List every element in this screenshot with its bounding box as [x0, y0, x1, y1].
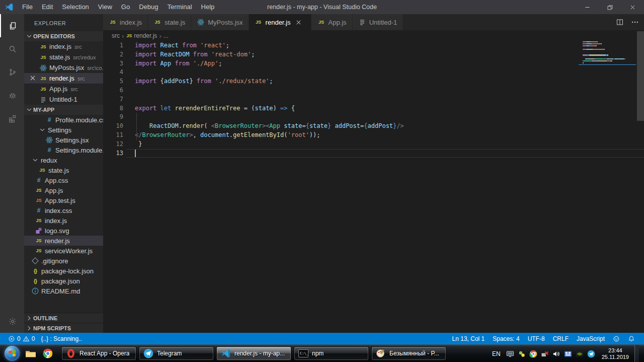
code-line-12: 12 } — [103, 140, 644, 149]
code-line-2: 2import ReactDOM from 'react-dom'; — [103, 50, 644, 59]
code-editor[interactable]: 1import React from 'react';2import React… — [103, 41, 644, 333]
minimize-button[interactable] — [576, 0, 599, 14]
activity-extensions[interactable] — [0, 107, 24, 130]
taskbar-button-telegram[interactable]: Telegram — [139, 346, 214, 360]
editor-scrollbar[interactable] — [637, 31, 644, 121]
open-editor-item-Untitled-1[interactable]: Untitled-1 — [24, 94, 103, 105]
code-line-4: 4 — [103, 68, 644, 77]
open-editor-item-index.js[interactable]: JSindex.jssrc — [24, 41, 103, 52]
activity-source-control[interactable] — [0, 60, 24, 84]
menu-view[interactable]: View — [94, 0, 117, 14]
taskbar-button-render-js-my-ap-[interactable]: render.js - my-ap... — [216, 346, 291, 360]
clock[interactable]: 23:44 25.11.2019 — [602, 347, 629, 360]
tab-state.js[interactable]: JSstate.js — [148, 14, 191, 30]
keyboard-layout-icon[interactable] — [564, 350, 572, 358]
more-actions-icon[interactable] — [631, 18, 639, 26]
tree-file-App.js[interactable]: JSApp.js — [24, 185, 103, 195]
bell-button[interactable] — [624, 333, 639, 344]
open-editor-item-state.js[interactable]: JSstate.jssrc\redux — [24, 52, 103, 62]
minimap[interactable] — [583, 41, 633, 66]
telegram-tray-icon[interactable] — [587, 350, 595, 358]
status-indentation[interactable]: Spaces: 4 — [489, 333, 523, 344]
tree-file-Settings.module.c...[interactable]: #Settings.module.c... — [24, 145, 103, 155]
tree-folder-redux[interactable]: redux — [24, 155, 103, 165]
activity-debug[interactable] — [0, 84, 24, 107]
tree-file-App.test.js[interactable]: JSApp.test.js — [24, 195, 103, 205]
chrome-quicklaunch[interactable] — [39, 345, 56, 362]
taskbar-button-npm[interactable]: C:\_npm — [294, 346, 369, 360]
menu-go[interactable]: Go — [117, 0, 134, 14]
menu-help[interactable]: Help — [197, 0, 219, 14]
tree-file-render.js[interactable]: JSrender.js — [24, 236, 103, 246]
open-editor-item-MyPosts.jsx[interactable]: MyPosts.jsxsrc\co... — [24, 62, 103, 73]
activity-manage[interactable] — [0, 310, 24, 333]
tree-file-Settings.jsx[interactable]: Settings.jsx — [24, 135, 103, 145]
close-tab-icon[interactable] — [295, 19, 302, 26]
close-window-button[interactable] — [621, 0, 644, 14]
feedback-smiley-button[interactable] — [609, 333, 624, 344]
tree-file-logo.svg[interactable]: logo.svg — [24, 226, 103, 236]
tree-file-index.css[interactable]: #index.css — [24, 205, 103, 215]
nvidia-icon[interactable] — [576, 350, 584, 358]
breadcrumb[interactable]: src›JSrender.js›... — [103, 30, 644, 41]
tab-Untitled-1[interactable]: Untitled-1 — [353, 14, 404, 30]
tree-item-name: index.css — [45, 207, 72, 214]
split-editor-icon[interactable] — [616, 18, 624, 26]
status-language-mode[interactable]: JavaScript — [573, 333, 609, 344]
eslint-status[interactable]: {..} : Scanning.. — [38, 333, 85, 344]
tree-file-package.json[interactable]: {}package.json — [24, 276, 103, 286]
start-button[interactable] — [2, 345, 22, 362]
chrome-tray-icon[interactable] — [529, 350, 537, 358]
npm-scripts-header[interactable]: NPM SCRIPTS — [24, 323, 103, 333]
status-cursor-position[interactable]: Ln 13, Col 1 — [448, 333, 489, 344]
tree-file-package-lock.json[interactable]: {}package-lock.json — [24, 266, 103, 276]
activity-search[interactable] — [0, 37, 24, 60]
project-folder-header[interactable]: MY-APP — [24, 105, 103, 115]
activity-files[interactable] — [0, 14, 24, 37]
open-editor-path: src\co... — [87, 65, 103, 71]
taskbar: React App - OperaTelegramrender.js - my-… — [0, 344, 644, 362]
show-desktop-button[interactable] — [634, 345, 639, 362]
menu-edit[interactable]: Edit — [37, 0, 57, 14]
tree-file-state.js[interactable]: JSstate.js — [24, 165, 103, 175]
breadcrumb-item[interactable]: src — [112, 32, 120, 39]
menu-terminal[interactable]: Terminal — [163, 0, 196, 14]
tree-file-App.css[interactable]: #App.css — [24, 175, 103, 185]
tab-MyPosts.jsx[interactable]: MyPosts.jsx — [191, 14, 249, 30]
restore-button[interactable] — [599, 0, 621, 14]
menu-selection[interactable]: Selection — [57, 0, 93, 14]
problems-indicator[interactable]: 0 0 — [5, 333, 38, 344]
chevron-down-icon — [26, 106, 33, 113]
tree-file-serviceWorker.js[interactable]: JSserviceWorker.js — [24, 246, 103, 256]
open-editors-header[interactable]: OPEN EDITORS — [24, 31, 103, 41]
tab-render.js[interactable]: JSrender.js — [249, 14, 312, 30]
tab-App.js[interactable]: JSApp.js — [311, 14, 352, 30]
menu-file[interactable]: File — [18, 0, 37, 14]
breadcrumb-item[interactable]: render.js — [134, 32, 157, 39]
outline-header[interactable]: OUTLINE — [24, 313, 103, 323]
open-editor-name: state.js — [49, 53, 70, 61]
tab-label: MyPosts.jsx — [208, 19, 243, 26]
tree-file-Profile.module.css[interactable]: #Profile.module.css — [24, 115, 103, 125]
usb-icon[interactable] — [518, 350, 526, 358]
menu-debug[interactable]: Debug — [134, 0, 163, 14]
status-encoding[interactable]: UTF-8 — [524, 333, 549, 344]
language-indicator[interactable]: EN — [490, 350, 503, 357]
close-editor-icon[interactable] — [29, 74, 37, 82]
explorer-folder-quicklaunch[interactable] — [22, 345, 39, 362]
open-editor-item-render.js[interactable]: JSrender.jssrc — [24, 73, 103, 84]
network-error-icon[interactable] — [541, 350, 549, 358]
breadcrumb-item[interactable]: ... — [164, 32, 169, 39]
tree-file-index.js[interactable]: JSindex.js — [24, 215, 103, 226]
open-editor-item-App.js[interactable]: JSApp.jssrc — [24, 84, 103, 94]
tree-file-README.md[interactable]: README.md — [24, 286, 103, 296]
monitor-icon[interactable] — [506, 350, 514, 358]
taskbar-button-label: render.js - my-ap... — [234, 350, 285, 357]
tree-file-.gitignore[interactable]: .gitignore — [24, 256, 103, 266]
taskbar-button-paint[interactable]: Безымянный - P... — [371, 346, 446, 360]
taskbar-button-react-app-opera[interactable]: React App - Opera — [61, 346, 136, 360]
volume-icon[interactable] — [552, 350, 560, 358]
tab-index.js[interactable]: JSindex.js — [103, 14, 148, 30]
tree-folder-Settings[interactable]: Settings — [24, 125, 103, 135]
status-eol-sequence[interactable]: CRLF — [549, 333, 573, 344]
